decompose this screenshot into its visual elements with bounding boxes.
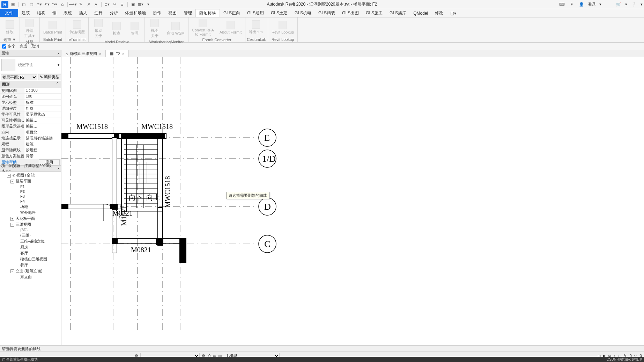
type-selector[interactable]: 楼层平面 ▾ — [0, 57, 61, 73]
user-icon[interactable]: 👤 — [578, 1, 585, 8]
open-icon[interactable]: ▢ — [21, 1, 27, 8]
tree-item[interactable]: −楼层平面 — [0, 178, 61, 184]
ribbon-tab-GLS精装[interactable]: GLS精装 — [315, 9, 339, 17]
ribbon-tab-修改[interactable]: 修改 — [431, 9, 447, 17]
close-icon[interactable]: × — [122, 52, 124, 56]
cart-dropdown-icon[interactable]: ▾ — [625, 2, 627, 7]
tree-item[interactable]: 厨房 — [0, 244, 61, 250]
tree-item[interactable]: 场地 — [0, 204, 61, 210]
property-row[interactable]: 显示隐藏线按规程 — [0, 147, 61, 153]
ribbon-mode-icon[interactable]: ▢▾ — [447, 9, 460, 17]
tree-item[interactable]: F2 — [0, 189, 61, 194]
property-row[interactable]: 比例值 1:100 — [0, 94, 61, 100]
view-tab[interactable]: ▦F2× — [106, 50, 129, 57]
property-row[interactable]: 图形显示选项编辑… — [0, 123, 61, 129]
redo-icon[interactable]: ↷▾ — [51, 1, 58, 8]
thin-lines-icon[interactable]: ≡ — [119, 1, 125, 8]
close-icon[interactable]: × — [58, 166, 60, 171]
finish-button[interactable]: 完成 — [20, 44, 27, 49]
ribbon-tab-GLS正向[interactable]: GLS正向 — [220, 9, 244, 17]
align-dim-icon[interactable]: ✎ — [77, 1, 84, 8]
instance-selector[interactable]: 楼层平面: F2 — [1, 74, 37, 80]
tag-icon[interactable]: ↗ — [85, 1, 91, 8]
property-row[interactable]: 视图比例1 : 100 — [0, 88, 61, 94]
ribbon-tab-QModel[interactable]: QModel — [410, 9, 431, 17]
undo-icon[interactable]: ↶▾ — [44, 1, 50, 8]
help-dropdown-icon[interactable]: ▾ — [641, 2, 643, 7]
tree-item[interactable]: F4 — [0, 199, 61, 204]
ribbon-tab-体量和场地[interactable]: 体量和场地 — [121, 9, 149, 17]
tree-item[interactable]: {三维} — [0, 232, 61, 238]
ribbon-tab-GLS机电[interactable]: GLS机电 — [291, 9, 315, 17]
cancel-button[interactable]: 取消 — [31, 44, 39, 49]
ribbon-tab-附加模块[interactable]: 附加模块 — [195, 9, 220, 17]
text-icon[interactable]: A — [93, 1, 99, 8]
tree-item[interactable]: −立面 (建筑立面) — [0, 268, 61, 274]
login-label[interactable]: 登录 — [588, 2, 596, 7]
ribbon-tab-管理[interactable]: 管理 — [180, 9, 195, 17]
tree-item[interactable]: F3 — [0, 194, 61, 199]
measure-icon[interactable]: ⟷▾ — [70, 1, 76, 8]
sync-icon[interactable]: ⟳▾ — [36, 1, 42, 8]
tree-item[interactable]: 餐厅 — [0, 262, 61, 268]
ribbon-tab-结构[interactable]: 结构 — [34, 9, 49, 17]
collapse-icon[interactable]: ⌃ — [56, 82, 59, 87]
ribbon-tab-插入[interactable]: 插入 — [75, 9, 91, 17]
qat-dropdown-icon[interactable]: ▾ — [145, 1, 151, 8]
tree-item[interactable]: 橄榄山三维视图 — [0, 256, 61, 262]
ribbon-tab-GLS土建[interactable]: GLS土建 — [267, 9, 291, 17]
prop-section[interactable]: 图形⌃ — [0, 81, 61, 88]
tree-item[interactable]: −三维视图 — [0, 222, 61, 227]
tree-root[interactable]: −⊙ 视图 (全部) — [0, 172, 61, 178]
login-dropdown-icon[interactable]: ▾ — [599, 2, 601, 7]
print-icon[interactable]: ⎙ — [59, 1, 65, 8]
ribbon-tab-分析[interactable]: 分析 — [106, 9, 121, 17]
svg-text:MWC1518: MWC1518 — [141, 123, 173, 130]
section-icon[interactable]: ✂ — [111, 1, 118, 8]
property-row[interactable]: 方向项目北 — [0, 129, 61, 135]
ribbon-tab-钢[interactable]: 钢 — [49, 9, 60, 17]
property-row[interactable]: 零件可见性显示原状态 — [0, 111, 61, 117]
property-row[interactable]: 墙连接显示清理所有墙连接 — [0, 135, 61, 141]
multi-checkbox[interactable]: 多个 — [2, 44, 15, 49]
ribbon-tab-系统[interactable]: 系统 — [60, 9, 75, 17]
close-icon[interactable]: × — [58, 51, 60, 56]
help-icon[interactable]: ❔ — [631, 1, 637, 8]
project-browser-header: 项目浏览器 - 江湖别墅2020版本.rvt × — [0, 165, 61, 172]
tree-item[interactable]: 客厅 — [0, 250, 61, 256]
ribbon-tab-文件[interactable]: 文件 — [0, 9, 18, 17]
ribbon-tab-GLS通用[interactable]: GLS通用 — [244, 9, 267, 17]
switch-windows-icon[interactable]: ▥▾ — [138, 1, 144, 8]
tree-item[interactable]: 三维-碰撞定位 — [0, 238, 61, 244]
close-inactive-icon[interactable]: ▣ — [130, 1, 136, 8]
ribbon-tab-视图[interactable]: 视图 — [165, 9, 180, 17]
save-icon[interactable]: ▢ — [28, 1, 35, 8]
default-3d-icon[interactable]: ⊙▾ — [104, 1, 110, 8]
ribbon-tab-GLS出图[interactable]: GLS出图 — [339, 9, 362, 17]
file-icon[interactable]: ▤ — [10, 1, 16, 8]
ribbon-tab-协作[interactable]: 协作 — [149, 9, 165, 17]
ribbon-tab-建筑[interactable]: 建筑 — [18, 9, 34, 17]
ribbon-tab-GLS族库[interactable]: GLS族库 — [386, 9, 410, 17]
drawing-canvas[interactable]: E1/DDCMWC1518MWC1518MWC1518M0821M1521M08… — [61, 57, 644, 352]
ribbon-button-icon — [171, 22, 180, 30]
cart-icon[interactable]: 🛒 — [615, 1, 622, 8]
close-icon[interactable]: × — [99, 52, 101, 56]
property-row[interactable]: 显示模型标准 — [0, 100, 61, 106]
tree-item[interactable]: 室外地坪 — [0, 210, 61, 216]
tree-item[interactable]: {3D} — [0, 227, 61, 232]
share-icon[interactable]: ⚘ — [569, 1, 575, 8]
property-row[interactable]: 规程建筑 — [0, 141, 61, 147]
tree-item[interactable]: F1 — [0, 184, 61, 189]
tree-item[interactable]: +天花板平面 — [0, 216, 61, 222]
chevron-down-icon[interactable]: ▾ — [58, 63, 60, 67]
ribbon-tab-注释[interactable]: 注释 — [91, 9, 106, 17]
edit-type-button[interactable]: ✎ 编辑类型 — [38, 74, 61, 80]
tree-item[interactable]: 东立面 — [0, 274, 61, 280]
view-tab[interactable]: ⌂橄榄山三维视图× — [61, 50, 106, 57]
ribbon-tab-GLS施工[interactable]: GLS施工 — [362, 9, 386, 17]
keyboard-icon[interactable]: ⌨ — [559, 1, 565, 8]
property-row[interactable]: 可见性/图形…编辑… — [0, 117, 61, 123]
property-row[interactable]: 颜色方案位置背景 — [0, 153, 61, 159]
property-row[interactable]: 详细程度粗略 — [0, 106, 61, 111]
